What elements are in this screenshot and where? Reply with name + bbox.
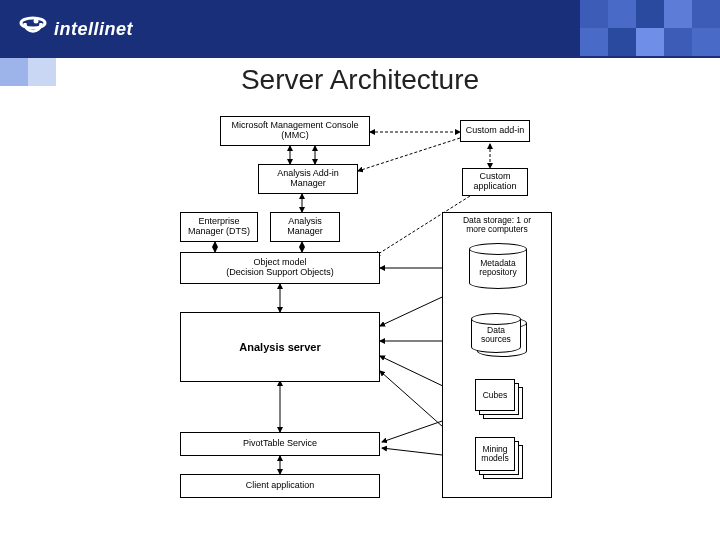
decor-squares-left — [0, 58, 56, 86]
label-cubes: Cubes — [483, 390, 508, 400]
brand-logo: intellinet — [18, 14, 133, 44]
box-mmc: Microsoft Management Console (MMC) — [220, 116, 370, 146]
stack-mining-models: Mining models — [475, 437, 523, 481]
box-enterprise-manager: Enterprise Manager (DTS) — [180, 212, 258, 242]
architecture-diagram: Microsoft Management Console (MMC) Custo… — [180, 116, 620, 526]
stack-cubes: Cubes — [475, 379, 523, 419]
label-data-sources: Data sources — [471, 326, 521, 345]
box-analysis-server: Analysis server — [180, 312, 380, 382]
box-pivot-table-service: PivotTable Service — [180, 432, 380, 456]
slide-title-wrap: Server Architecture — [0, 64, 720, 96]
label-mining-models: Mining models — [481, 445, 508, 464]
group-data-storage: Data storage: 1 or more computers Metada… — [442, 212, 552, 498]
label-metadata-repo: Metadata repository — [469, 259, 527, 278]
box-analysis-manager: Analysis Manager — [270, 212, 340, 242]
slide-title: Server Architecture — [0, 64, 720, 96]
box-custom-application: Custom application — [462, 168, 528, 196]
cylinder-metadata-repo: Metadata repository — [469, 243, 527, 289]
svg-point-1 — [34, 19, 39, 24]
brand-name: intellinet — [54, 19, 133, 40]
brand-icon — [18, 14, 48, 44]
group-data-storage-title: Data storage: 1 or more computers — [443, 216, 551, 235]
box-client-application: Client application — [180, 474, 380, 498]
decor-squares-top — [580, 0, 720, 56]
slide-header: intellinet — [0, 0, 720, 58]
cylinder-data-sources: Data sources — [471, 313, 521, 353]
box-analysis-addin-manager: Analysis Add-in Manager — [258, 164, 358, 194]
box-custom-addin: Custom add-in — [460, 120, 530, 142]
svg-line-5 — [358, 138, 460, 171]
box-object-model: Object model (Decision Support Objects) — [180, 252, 380, 284]
